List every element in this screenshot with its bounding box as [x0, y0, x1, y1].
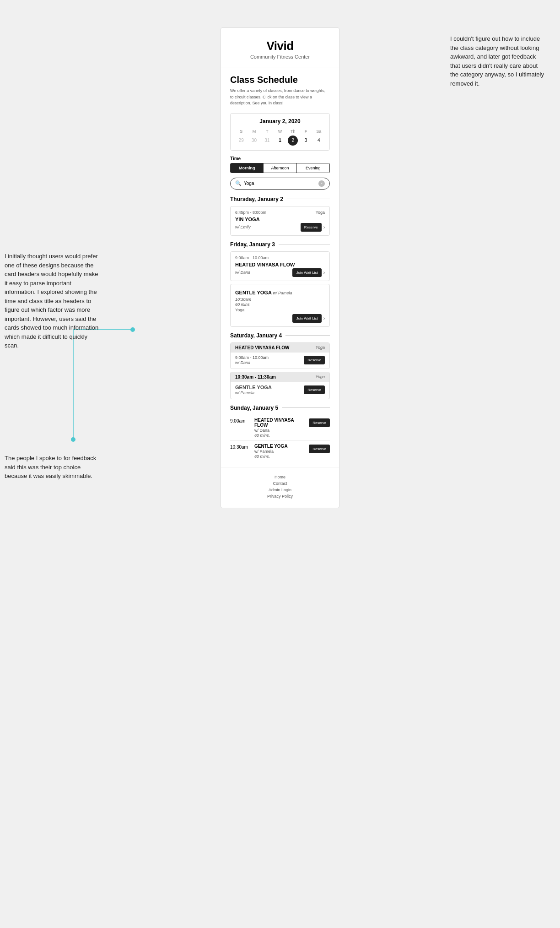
card-instructor: w/ Dana: [235, 270, 250, 275]
time-btn-morning[interactable]: Morning: [231, 163, 264, 173]
card-category: Yoga: [235, 308, 325, 312]
footer-link-privacy[interactable]: Privacy Policy: [230, 494, 330, 499]
card-duration: 60 mins.: [235, 302, 325, 307]
reserve-button[interactable]: Reserve: [309, 418, 330, 427]
cal-header-thu: Th: [287, 128, 299, 135]
class-card-gentle-yoga-fri[interactable]: GENTLE YOGA w/ Pamela 10:30am 60 mins. Y…: [230, 284, 330, 327]
card-instructor: w/ Dana: [254, 428, 305, 433]
day-title-saturday: Saturday, January 4: [230, 332, 282, 339]
card-instructor: w/ Pamela: [235, 391, 272, 395]
page-footer: Home Contact Admin Login Privacy Policy: [221, 467, 339, 508]
calendar-grid: S M T W Th F Sa 29 30 31 1 2 3 4: [235, 128, 325, 146]
day-section-friday: Friday, January 3 9:00am - 10:00am HEATE…: [230, 241, 330, 327]
card-time: 10:30am: [235, 297, 325, 302]
card-class-name: GENTLE YOGA: [254, 444, 305, 449]
card-class-name: GENTLE YOGA: [235, 385, 272, 390]
card-category: Yoga: [316, 210, 325, 215]
cal-header-sat: Sa: [313, 128, 325, 135]
class-card-heated-vinyasa-fri[interactable]: 9:00am - 10:00am HEATED VINYASA FLOW w/ …: [230, 251, 330, 281]
card-time: 9:00am - 10:00am: [235, 255, 269, 260]
class-card-gentle-yoga-sun[interactable]: 10:30am GENTLE YOGA w/ Pamela 60 mins. R…: [230, 441, 330, 461]
annotation-bottom-left: The people I spoke to for feedback said …: [5, 454, 101, 481]
card-class-name: HEATED VINYASA FLOW: [254, 418, 305, 428]
cal-header-wed: W: [274, 128, 286, 135]
reserve-button[interactable]: Reserve: [304, 356, 325, 364]
annotation-mid-left: I initially thought users would prefer o…: [5, 252, 101, 350]
chevron-right-icon[interactable]: ›: [323, 316, 325, 321]
day-title-sunday: Sunday, January 5: [230, 405, 278, 411]
page-title: Class Schedule: [230, 75, 330, 85]
card-class-name: HEATED VINYASA FLOW: [235, 262, 325, 267]
card-duration: 60 mins.: [254, 433, 305, 438]
day-section-saturday: Saturday, January 4 HEATED VINYASA FLOW …: [230, 332, 330, 399]
day-title-thursday: Thursday, January 2: [230, 196, 283, 202]
footer-link-admin[interactable]: Admin Login: [230, 488, 330, 492]
card-instructor: w/ Pamela: [254, 449, 305, 454]
day-section-thursday: Thursday, January 2 6:45pm - 8:00pm Yoga…: [230, 196, 330, 236]
search-icon: 🔍: [235, 180, 242, 186]
cal-day-1[interactable]: 1: [275, 136, 285, 146]
day-line: [285, 335, 330, 336]
card-time-header: 10:30am - 11:30am: [235, 374, 276, 380]
app-title: Vivid: [230, 39, 330, 53]
main-content: Class Schedule We offer a variety of cla…: [221, 67, 339, 461]
card-class-name: YIN YOGA: [235, 217, 325, 222]
chevron-right-icon[interactable]: ›: [323, 270, 325, 275]
cal-day-31[interactable]: 31: [262, 136, 272, 146]
calendar-month: January 2, 2020: [235, 118, 325, 125]
time-filter-label: Time: [230, 156, 330, 161]
class-card-heated-vinyasa-sun[interactable]: 9:00am HEATED VINYASA FLOW w/ Dana 60 mi…: [230, 415, 330, 441]
time-btn-afternoon[interactable]: Afternoon: [264, 163, 296, 173]
card-time: 9:00am: [230, 418, 251, 423]
cal-day-2[interactable]: 2: [288, 136, 298, 146]
day-line: [287, 199, 330, 199]
search-clear-button[interactable]: ×: [318, 180, 325, 187]
calendar: January 2, 2020 S M T W Th F Sa 29 30 31…: [230, 113, 330, 151]
reserve-button[interactable]: Reserve: [301, 223, 322, 232]
card-instructor: w/ Pamela: [273, 291, 292, 295]
card-instructor: w/ Dana: [235, 360, 269, 365]
day-section-sunday: Sunday, January 5 9:00am HEATED VINYASA …: [230, 405, 330, 461]
waitlist-button[interactable]: Join Wait List: [292, 314, 321, 323]
cal-header-mon: M: [248, 128, 260, 135]
day-line: [282, 407, 330, 408]
day-line: [279, 244, 330, 244]
footer-link-contact[interactable]: Contact: [230, 481, 330, 486]
search-input[interactable]: [244, 181, 316, 186]
svg-point-4: [71, 437, 75, 442]
class-card-heated-vinyasa-sat[interactable]: HEATED VINYASA FLOW Yoga 9:00am - 10:00a…: [230, 342, 330, 369]
card-instructor: w/ Emily: [235, 225, 251, 229]
card-category: Yoga: [315, 374, 325, 379]
annotation-top-right: I couldn't figure out how to include the…: [450, 34, 546, 88]
cal-day-30[interactable]: 30: [249, 136, 259, 146]
cal-header-tue: T: [261, 128, 273, 135]
card-class-name: HEATED VINYASA FLOW: [235, 345, 290, 350]
waitlist-button[interactable]: Join Wait List: [292, 268, 321, 277]
svg-point-3: [130, 327, 135, 332]
cal-header-fri: F: [300, 128, 312, 135]
class-card-yin-yoga[interactable]: 6:45pm - 8:00pm Yoga YIN YOGA w/ Emily R…: [230, 206, 330, 236]
footer-link-home[interactable]: Home: [230, 475, 330, 479]
card-time: 9:00am - 10:00am: [235, 355, 269, 360]
cal-header-sun: S: [235, 128, 247, 135]
day-title-friday: Friday, January 3: [230, 241, 275, 248]
search-bar: 🔍 ×: [230, 178, 330, 190]
class-card-gentle-yoga-sat[interactable]: 10:30am - 11:30am Yoga GENTLE YOGA w/ Pa…: [230, 372, 330, 399]
card-category: Yoga: [315, 345, 325, 350]
reserve-button[interactable]: Reserve: [304, 385, 325, 394]
cal-day-4[interactable]: 4: [314, 136, 324, 146]
page-description: We offer a variety of classes, from danc…: [230, 88, 330, 107]
app-header: Vivid Community Fitness Center: [221, 28, 339, 67]
card-time: 6:45pm - 8:00pm: [235, 210, 266, 215]
cal-day-3[interactable]: 3: [301, 136, 311, 146]
cal-day-29[interactable]: 29: [236, 136, 246, 146]
card-class-name: GENTLE YOGA: [235, 290, 273, 295]
app-subtitle: Community Fitness Center: [230, 54, 330, 60]
reserve-button[interactable]: Reserve: [309, 445, 330, 453]
time-btn-evening[interactable]: Evening: [297, 163, 329, 173]
card-time: 10:30am: [230, 444, 251, 450]
chevron-right-icon[interactable]: ›: [323, 225, 325, 230]
time-filter-group: Morning Afternoon Evening: [230, 163, 330, 173]
phone-card: Vivid Community Fitness Center Class Sch…: [221, 27, 339, 508]
card-duration: 60 mins.: [254, 454, 305, 459]
